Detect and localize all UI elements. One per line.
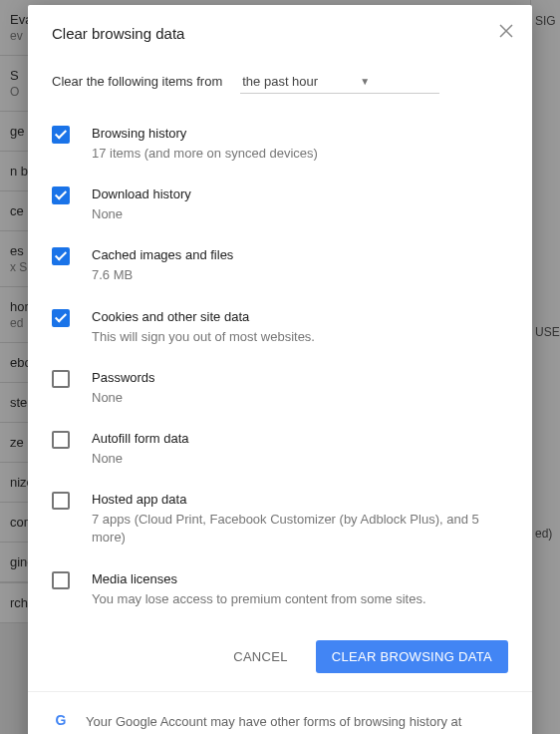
time-range-dropdown[interactable]: the past hour ▼ — [240, 70, 439, 94]
item-title: Cookies and other site data — [92, 309, 315, 324]
divider — [28, 691, 532, 692]
close-button[interactable] — [496, 21, 516, 41]
checkbox-0[interactable] — [52, 126, 70, 144]
item-title: Media licenses — [92, 571, 426, 586]
item-desc: You may lose access to premium content f… — [92, 590, 426, 608]
cancel-button[interactable]: CANCEL — [217, 640, 304, 673]
data-type-row: Media licenses You may lose access to pr… — [52, 563, 508, 624]
checkbox-2[interactable] — [52, 247, 70, 265]
item-desc: This will sign you out of most websites. — [92, 328, 315, 346]
item-title: Browsing history — [92, 126, 318, 141]
data-type-row: Cached images and files 7.6 MB — [52, 239, 508, 300]
item-title: Cached images and files — [92, 247, 233, 262]
item-title: Passwords — [92, 370, 155, 385]
close-icon — [499, 24, 513, 38]
item-title: Autofill form data — [92, 431, 189, 446]
checkbox-5[interactable] — [52, 431, 70, 449]
item-desc: 7.6 MB — [92, 266, 233, 284]
checkbox-4[interactable] — [52, 370, 70, 388]
data-type-row: Browsing history 17 items (and more on s… — [52, 118, 508, 179]
checkbox-7[interactable] — [52, 571, 70, 589]
checkbox-6[interactable] — [52, 492, 70, 510]
data-type-row: Passwords None — [52, 362, 508, 423]
checkbox-3[interactable] — [52, 309, 70, 327]
footnote1-text: Your Google Account may have other forms… — [86, 714, 461, 729]
from-label: Clear the following items from — [52, 74, 222, 89]
item-desc: 17 items (and more on synced devices) — [92, 145, 318, 163]
item-title: Download history — [92, 186, 191, 201]
checkbox-1[interactable] — [52, 186, 70, 204]
time-range-value: the past hour — [242, 74, 318, 89]
footnote-google-account: G Your Google Account may have other for… — [52, 708, 508, 734]
data-type-row: Cookies and other site data This will si… — [52, 301, 508, 362]
item-desc: None — [92, 205, 191, 223]
item-desc: None — [92, 389, 155, 407]
item-title: Hosted app data — [92, 492, 508, 507]
google-logo-icon: G — [52, 712, 70, 730]
item-desc: None — [92, 450, 189, 468]
clear-browsing-data-button[interactable]: CLEAR BROWSING DATA — [316, 640, 508, 673]
data-type-row: Download history None — [52, 179, 508, 239]
clear-browsing-data-dialog: Clear browsing data Clear the following … — [28, 5, 532, 734]
data-type-row: Hosted app data 7 apps (Cloud Print, Fac… — [52, 484, 508, 562]
item-desc: 7 apps (Cloud Print, Facebook Customizer… — [92, 511, 508, 547]
dialog-title: Clear browsing data — [52, 25, 508, 42]
chevron-down-icon: ▼ — [360, 76, 370, 87]
data-type-row: Autofill form data None — [52, 423, 508, 484]
